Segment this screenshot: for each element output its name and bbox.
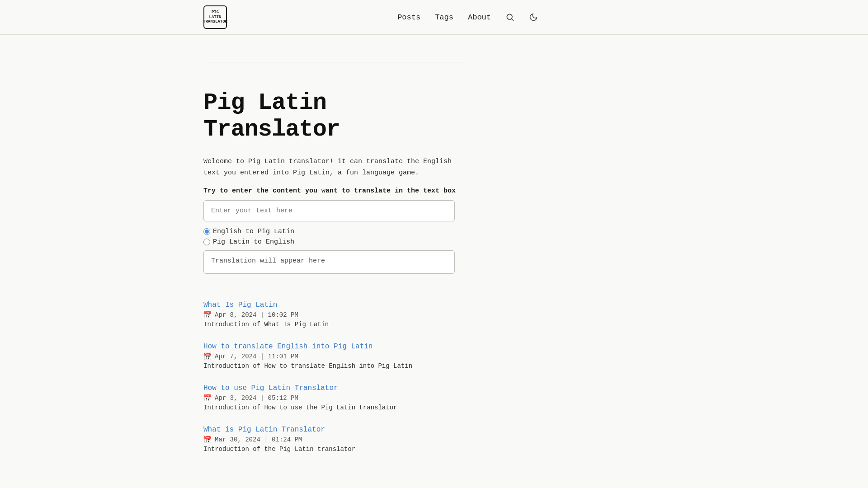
nav-about[interactable]: About bbox=[468, 13, 491, 22]
translation-direction-group: English to Pig Latin Pig Latin to Englis… bbox=[203, 228, 466, 246]
radio-english-to-pig-label: English to Pig Latin bbox=[213, 228, 294, 235]
post-desc-1: Introduction of How to translate English… bbox=[203, 362, 466, 370]
calendar-icon-0: 📅 bbox=[203, 311, 212, 319]
nav-tags[interactable]: Tags bbox=[435, 13, 453, 22]
post-item: How to use Pig Latin Translator 📅 Apr 3,… bbox=[203, 384, 466, 411]
try-label: Try to enter the content you want to tra… bbox=[203, 187, 466, 195]
main-content: Pig Latin Translator Welcome to Pig Lati… bbox=[203, 35, 466, 488]
header-divider bbox=[203, 62, 466, 62]
intro-text: Welcome to Pig Latin translator! it can … bbox=[203, 156, 466, 179]
svg-point-0 bbox=[507, 14, 512, 19]
radio-pig-to-english-input[interactable] bbox=[203, 239, 210, 245]
text-input[interactable] bbox=[203, 200, 455, 221]
post-item: What is Pig Latin Translator 📅 Mar 30, 2… bbox=[203, 426, 466, 453]
calendar-icon-2: 📅 bbox=[203, 394, 212, 403]
logo-text: PIGLATINTRANSLATOR bbox=[203, 10, 227, 24]
calendar-icon-1: 📅 bbox=[203, 352, 212, 361]
post-meta-2: 📅 Apr 3, 2024 | 05:12 PM bbox=[203, 394, 466, 403]
post-meta-1: 📅 Apr 7, 2024 | 11:01 PM bbox=[203, 352, 466, 361]
dark-mode-icon[interactable] bbox=[529, 13, 538, 22]
radio-pig-to-english-label: Pig Latin to English bbox=[213, 238, 294, 246]
logo[interactable]: PIGLATINTRANSLATOR bbox=[203, 5, 227, 29]
post-date-3: Mar 30, 2024 | 01:24 PM bbox=[215, 436, 302, 443]
main-nav: Posts Tags About bbox=[397, 13, 538, 22]
post-item: What Is Pig Latin 📅 Apr 8, 2024 | 10:02 … bbox=[203, 301, 466, 328]
posts-section: What Is Pig Latin 📅 Apr 8, 2024 | 10:02 … bbox=[203, 301, 466, 453]
page-title: Pig Latin Translator bbox=[203, 89, 466, 143]
post-title-2[interactable]: How to use Pig Latin Translator bbox=[203, 384, 338, 392]
post-title-0[interactable]: What Is Pig Latin bbox=[203, 301, 277, 309]
post-title-3[interactable]: What is Pig Latin Translator bbox=[203, 426, 325, 434]
calendar-icon-3: 📅 bbox=[203, 436, 212, 444]
post-meta-0: 📅 Apr 8, 2024 | 10:02 PM bbox=[203, 311, 466, 319]
search-icon[interactable] bbox=[505, 13, 514, 22]
post-date-2: Apr 3, 2024 | 05:12 PM bbox=[215, 394, 298, 402]
radio-english-to-pig-input[interactable] bbox=[203, 228, 210, 235]
radio-english-to-pig[interactable]: English to Pig Latin bbox=[203, 228, 466, 235]
svg-line-1 bbox=[512, 19, 514, 21]
post-item: How to translate English into Pig Latin … bbox=[203, 343, 466, 370]
post-desc-0: Introduction of What Is Pig Latin bbox=[203, 321, 466, 328]
post-date-0: Apr 8, 2024 | 10:02 PM bbox=[215, 311, 298, 319]
translation-output-text: Translation will appear here bbox=[211, 257, 325, 265]
site-header: PIGLATINTRANSLATOR Posts Tags About bbox=[0, 0, 868, 35]
translation-output: Translation will appear here bbox=[203, 250, 455, 274]
post-desc-3: Introduction of the Pig Latin translator bbox=[203, 446, 466, 453]
post-desc-2: Introduction of How to use the Pig Latin… bbox=[203, 404, 466, 411]
logo-image: PIGLATINTRANSLATOR bbox=[203, 5, 227, 29]
nav-posts[interactable]: Posts bbox=[397, 13, 420, 22]
post-date-1: Apr 7, 2024 | 11:01 PM bbox=[215, 353, 298, 360]
post-title-1[interactable]: How to translate English into Pig Latin bbox=[203, 343, 373, 351]
post-meta-3: 📅 Mar 30, 2024 | 01:24 PM bbox=[203, 436, 466, 444]
radio-pig-to-english[interactable]: Pig Latin to English bbox=[203, 238, 466, 246]
